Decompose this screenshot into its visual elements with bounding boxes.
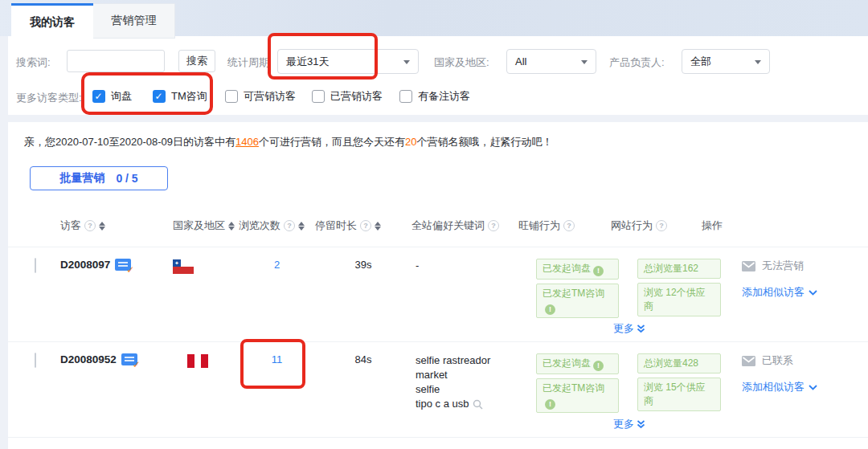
bulk-marketing-label: 批量营销 [59,171,104,186]
tab-my-visitors[interactable]: 我的访客 [11,3,93,39]
site-behavior-tag: 浏览 15个供应商 [637,378,721,411]
header-label: 浏览次数 [239,218,280,233]
notice-text: 个营销名额哦，赶紧行动吧！ [416,136,552,148]
keyword-value: tipo c a usb [416,397,469,411]
chile-flag-icon: ✦ [173,259,194,274]
chevron-down-icon [581,60,588,64]
more-link[interactable]: 更多 [613,417,645,431]
peru-flag-icon [187,354,208,368]
checkbox-label: 已营销访客 [330,89,383,104]
site-behavior-tag: 总浏览量162 [637,259,721,279]
sort-icon[interactable] [228,222,235,231]
header-label: 全站偏好关键词 [411,218,485,233]
help-icon[interactable]: ? [360,220,371,231]
period-select-value: 最近31天 [286,55,329,69]
period-label: 统计周期 [227,55,269,70]
exclamation-icon[interactable]: ! [545,399,555,410]
add-similar-visitors-link[interactable]: 添加相似访客 [742,285,868,300]
envelope-icon [742,261,755,271]
checkbox-inquiry[interactable]: 询盘 [92,89,132,104]
checkbox-marketable[interactable]: 可营销访客 [225,89,296,104]
contact-status: 已联系 [762,353,793,368]
help-icon[interactable]: ? [488,220,499,231]
shop-behavior-tag: 已发起询盘! [536,259,619,280]
header-label: 网站行为 [611,218,653,233]
help-icon[interactable]: ? [284,220,295,231]
header-visitor[interactable]: 访客 ? [60,218,173,233]
help-icon[interactable]: ? [563,220,575,231]
keyword-value: - [416,259,419,273]
table-row: D2008097 ✦ 2 39s - 已发起询盘! 已发起TM咨询! 总浏览量1… [8,247,868,342]
period-select[interactable]: 最近31天 [277,49,419,74]
visitor-id[interactable]: D20080952 [60,353,117,365]
keyword-value: selfie [416,382,440,397]
country-label: 国家及地区: [434,55,489,70]
chevron-down-icon [755,60,761,64]
table-row: D20080952 11 84s selfie rastreador marke… [8,342,868,438]
quota-count: 20 [405,136,416,148]
checkbox-tm-consult[interactable]: TM咨询 [153,89,207,104]
magnifier-icon[interactable] [473,399,483,410]
owner-label: 产品负责人: [609,55,665,70]
views-link[interactable]: 11 [239,353,315,365]
row-checkbox[interactable] [35,258,36,273]
header-site-behavior: 网站行为 ? [611,218,702,233]
notice-text: 亲，您2020-07-10至2020-08-09日的访客中有 [24,136,235,148]
header-label: 旺铺行为 [518,218,560,233]
tab-marketing-management[interactable]: 营销管理 [93,3,175,39]
owner-select[interactable]: 全部 [682,49,770,74]
sort-icon[interactable] [375,222,381,231]
contact-card-icon [115,259,131,271]
bulk-marketing-button[interactable]: 批量营销 0 / 5 [30,166,168,190]
header-duration[interactable]: 停留时长 ? [315,218,411,233]
search-label: 搜索词: [16,55,51,70]
site-behavior-tag: 总浏览量428 [637,353,721,373]
checkbox-unchecked-icon[interactable] [225,90,238,103]
exclamation-icon[interactable]: ! [545,304,555,315]
marketable-count-link[interactable]: 1406 [235,136,259,148]
views-link[interactable]: 2 [239,259,315,271]
country-select-value: All [515,55,526,67]
header-keywords: 全站偏好关键词 ? [411,218,518,233]
double-chevron-down-icon [637,325,645,333]
duration-value: 84s [315,353,411,365]
search-input[interactable] [67,50,165,72]
table-header: 访客 ? 国家及地区 浏览次数 ? 停留时长 ? 全站偏好关键词 ? 旺铺行为 … [8,205,868,247]
checkbox-marketed[interactable]: 已营销访客 [312,89,383,104]
sort-icon[interactable] [298,222,305,231]
owner-select-value: 全部 [690,55,711,69]
bulk-marketing-count: 0 / 5 [116,172,137,185]
chevron-down-icon [809,385,817,390]
add-similar-visitors-link[interactable]: 添加相似访客 [742,380,868,394]
shop-behavior-tag: 已发起TM咨询! [536,284,619,318]
more-link[interactable]: 更多 [613,321,645,336]
envelope-icon [742,356,755,366]
header-views[interactable]: 浏览次数 ? [239,218,315,233]
exclamation-icon[interactable]: ! [593,266,604,276]
exclamation-icon[interactable]: ! [593,361,604,371]
row-checkbox[interactable] [35,353,36,368]
visitor-id[interactable]: D2008097 [60,259,110,271]
sort-icon[interactable] [99,222,105,231]
header-label: 停留时长 [315,218,357,233]
checkbox-label: 询盘 [111,89,132,104]
visitor-list-panel: 亲，您2020-07-10至2020-08-09日的访客中有1406个可进行营销… [8,122,868,449]
checkbox-noted[interactable]: 有备注访客 [399,89,470,104]
header-label: 访客 [60,218,81,233]
country-select[interactable]: All [506,49,596,74]
help-icon[interactable]: ? [84,220,96,231]
checkbox-label: 有备注访客 [418,89,470,104]
checkbox-label: 可营销访客 [244,89,296,104]
help-icon[interactable]: ? [656,220,667,231]
filter-panel: 搜索词: 搜索 统计周期 最近31天 国家及地区: All 产品负责人: 全部 … [8,36,868,115]
checkbox-unchecked-icon[interactable] [399,90,412,103]
contact-card-icon [121,353,137,365]
double-chevron-down-icon [637,420,645,429]
search-button[interactable]: 搜索 [178,50,215,72]
site-behavior-tag: 浏览 12个供应商 [637,283,721,316]
checkbox-checked-icon[interactable] [92,90,105,103]
header-country[interactable]: 国家及地区 [173,218,239,233]
header-label: 操作 [702,218,723,233]
checkbox-checked-icon[interactable] [153,90,166,103]
checkbox-unchecked-icon[interactable] [312,90,325,103]
